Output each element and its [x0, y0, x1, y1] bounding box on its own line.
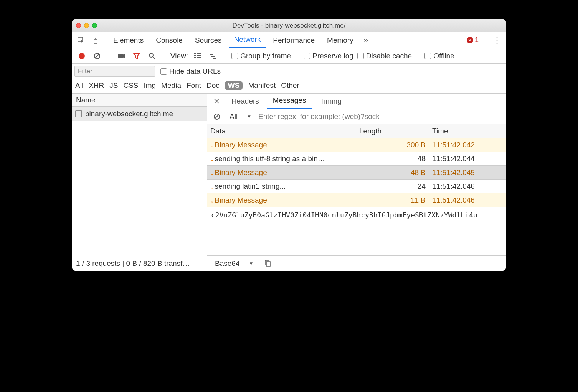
type-ws[interactable]: WS — [225, 81, 243, 90]
type-doc[interactable]: Doc — [206, 81, 220, 90]
tab-console[interactable]: Console — [150, 32, 188, 48]
svg-rect-9 — [197, 53, 201, 54]
regex-input[interactable] — [258, 111, 502, 122]
tab-headers[interactable]: Headers — [225, 94, 265, 109]
requests-header-name[interactable]: Name — [72, 94, 207, 107]
col-data[interactable]: Data — [207, 124, 356, 138]
filter-icon[interactable] — [131, 50, 142, 62]
hide-data-urls-checkbox[interactable]: Hide data URLs — [160, 67, 221, 76]
msg-data: ↓Binary Message — [207, 166, 356, 179]
clear-messages-icon[interactable] — [211, 111, 223, 122]
divider — [104, 36, 104, 45]
type-other[interactable]: Other — [281, 81, 299, 90]
tab-memory[interactable]: Memory — [322, 32, 359, 48]
svg-rect-8 — [194, 53, 196, 54]
offline-checkbox[interactable]: Offline — [424, 52, 454, 60]
zoom-window-button[interactable] — [92, 23, 97, 28]
inspect-element-icon[interactable] — [75, 35, 87, 46]
messages-header-row: Data Length Time — [207, 124, 506, 138]
filter-bar: Hide data URLs — [72, 64, 506, 79]
tab-timing[interactable]: Timing — [314, 94, 347, 109]
tab-network[interactable]: Network — [229, 32, 266, 48]
type-xhr[interactable]: XHR — [89, 81, 104, 90]
msg-length: 48 B — [356, 166, 429, 179]
type-font[interactable]: Font — [187, 81, 201, 90]
copy-icon[interactable] — [262, 258, 273, 269]
search-icon[interactable] — [146, 50, 158, 62]
message-row[interactable]: ↓Binary Message300 B11:51:42.042 — [207, 138, 506, 152]
close-detail-icon[interactable]: ✕ — [210, 97, 224, 106]
clear-icon[interactable] — [91, 50, 103, 62]
svg-rect-14 — [210, 54, 213, 55]
chevron-down-icon: ▼ — [249, 261, 253, 266]
msg-time: 11:51:42.046 — [429, 180, 506, 193]
msg-length: 48 — [356, 152, 429, 165]
svg-rect-16 — [213, 58, 216, 59]
type-media[interactable]: Media — [161, 81, 181, 90]
type-img[interactable]: Img — [144, 81, 156, 90]
col-time[interactable]: Time — [429, 124, 506, 138]
divider — [418, 51, 418, 61]
msg-data: ↓Binary Message — [207, 138, 356, 152]
message-payload[interactable]: c2VuZGluZyB0aGlzIHV0Zi04IHN0cmluZyBhcyBh… — [207, 207, 506, 256]
record-button[interactable] — [76, 50, 88, 62]
close-window-button[interactable] — [76, 23, 81, 28]
msg-time: 11:51:42.042 — [429, 138, 506, 152]
col-length[interactable]: Length — [356, 124, 429, 138]
group-by-frame-checkbox[interactable]: Group by frame — [231, 52, 291, 60]
content-body: Name binary-websocket.glitch.me ✕ Header… — [72, 94, 506, 256]
msg-data: ↓Binary Message — [207, 193, 356, 207]
disable-cache-label: Disable cache — [366, 52, 412, 60]
arrow-down-icon: ↓ — [210, 141, 214, 149]
svg-rect-13 — [197, 57, 201, 58]
message-type-dropdown[interactable]: All ▼ — [226, 112, 254, 122]
arrow-down-icon: ↓ — [210, 196, 214, 204]
type-css[interactable]: CSS — [123, 81, 138, 90]
request-name: binary-websocket.glitch.me — [85, 110, 173, 118]
svg-rect-10 — [194, 55, 196, 56]
footer: 1 / 3 requests | 0 B / 820 B transf… Bas… — [72, 256, 506, 271]
websocket-icon — [75, 110, 82, 117]
error-count: 1 — [475, 36, 479, 44]
arrow-down-icon: ↓ — [210, 182, 214, 191]
tab-performance[interactable]: Performance — [268, 32, 320, 48]
message-row[interactable]: ↓Binary Message48 B11:51:42.045 — [207, 166, 506, 180]
disable-cache-checkbox[interactable]: Disable cache — [357, 52, 412, 60]
group-by-frame-label: Group by frame — [240, 52, 291, 60]
preserve-log-checkbox[interactable]: Preserve log — [304, 52, 353, 60]
large-rows-icon[interactable] — [192, 50, 203, 62]
divider — [297, 51, 297, 61]
type-manifest[interactable]: Manifest — [248, 81, 276, 90]
minimize-window-button[interactable] — [84, 23, 89, 28]
svg-rect-20 — [266, 262, 270, 266]
device-toolbar-icon[interactable] — [88, 35, 100, 46]
message-row[interactable]: ↓Binary Message11 B11:51:42.046 — [207, 193, 506, 207]
waterfall-icon[interactable] — [207, 50, 219, 62]
more-tabs-icon[interactable]: » — [360, 35, 372, 46]
request-row[interactable]: binary-websocket.glitch.me — [72, 107, 207, 121]
detail-tabs: ✕ Headers Messages Timing — [207, 94, 506, 109]
filter-input[interactable] — [74, 66, 155, 77]
svg-rect-11 — [197, 55, 201, 56]
type-all[interactable]: All — [75, 81, 83, 90]
encoding-dropdown[interactable]: Base64 ▼ — [212, 259, 256, 268]
window-controls — [76, 23, 97, 28]
svg-rect-15 — [211, 56, 215, 57]
message-row[interactable]: ↓sending this utf-8 string as a bin…4811… — [207, 152, 506, 166]
message-row[interactable]: ↓sending latin1 string...2411:51:42.046 — [207, 180, 506, 193]
tab-messages[interactable]: Messages — [267, 94, 312, 109]
hide-data-urls-label: Hide data URLs — [169, 67, 221, 76]
camera-icon[interactable] — [116, 50, 127, 62]
preserve-log-label: Preserve log — [312, 52, 353, 60]
error-count-badge[interactable]: ✕ 1 — [467, 36, 479, 44]
kebab-menu-icon[interactable]: ⋮ — [491, 35, 503, 46]
tab-elements[interactable]: Elements — [108, 32, 149, 48]
svg-rect-12 — [194, 57, 196, 58]
dropdown-value: All — [230, 112, 238, 121]
svg-line-4 — [95, 54, 99, 58]
type-js[interactable]: JS — [109, 81, 118, 90]
msg-length: 24 — [356, 180, 429, 193]
encoding-value: Base64 — [215, 259, 239, 268]
tab-sources[interactable]: Sources — [190, 32, 227, 48]
chevron-down-icon: ▼ — [247, 114, 251, 119]
